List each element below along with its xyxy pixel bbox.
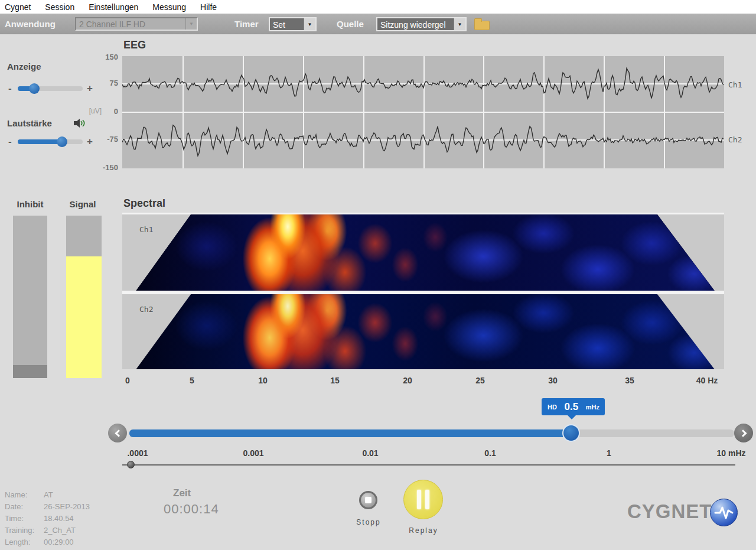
cygnet-logo-icon [710,499,738,526]
info-row-time: Time:18.40.54 [5,514,74,523]
scale-tick-1: 0.1 [484,448,496,458]
info-label: Time: [5,514,44,523]
signal-fill [66,256,102,378]
anzeige-label: Anzeige [7,61,41,71]
chevron-down-icon: ▼ [454,18,465,30]
inhibit-meter [13,216,47,378]
fine-slider-handle[interactable] [127,461,135,468]
info-row-training: Training:2_Ch_AT [5,526,76,535]
anwendung-value: 2 Channel ILF HD [76,19,185,29]
inhibit-fill [13,365,47,378]
chevron-down-icon: ▼ [185,18,197,30]
menu-hilfe[interactable]: Hilfe [200,2,217,12]
lautstaerke-slider[interactable]: - + [8,136,97,147]
freq-tick-5: 5 [190,376,194,385]
spectral-channel-label-ch2: Ch2 [139,305,153,314]
info-value: 2_Ch_AT [44,526,76,535]
info-label: Name: [5,490,44,499]
eeg-ytick-0: 0 [93,107,118,116]
frequency-slider-fill [129,429,571,437]
menu-bar: Cygnet Session Einstellungen Messung Hil… [0,0,756,14]
info-row-length: Length:00:29:00 [5,538,74,546]
anzeige-minus-button[interactable]: - [8,83,12,95]
slider-decrease-button[interactable] [108,424,127,442]
anwendung-dropdown[interactable]: 2 Channel ILF HD ▼ [75,17,198,31]
cygnet-logo-text: CYGNET [627,500,712,523]
speaker-icon [73,118,86,128]
info-label: Date: [5,502,44,511]
quelle-label: Quelle [337,19,364,29]
eeg-ytick-m75: -75 [93,135,118,144]
tooltip-prefix: HD [542,403,557,411]
lautstaerke-plus-button[interactable]: + [87,136,93,148]
info-label: Length: [5,538,44,546]
info-value: AT [44,490,53,499]
scale-tick-10: 1 [607,448,611,458]
eeg-ytick-75: 75 [93,79,118,87]
freq-tick-35: 35 [625,376,634,385]
lautstaerke-slider-handle[interactable] [57,136,67,147]
toolbar: Anwendung 2 Channel ILF HD ▼ Timer Set ▼… [0,14,756,34]
signal-label: Signal [64,199,102,209]
spectrogram-ch2: Ch2 [122,294,724,369]
frequency-value: 0.5 [557,401,586,413]
frequency-slider-track[interactable] [129,429,734,437]
menu-cygnet[interactable]: Cygnet [5,2,31,12]
spectrogram-surface [122,294,724,369]
stop-button-label: Stopp [356,518,380,526]
lautstaerke-minus-button[interactable]: - [8,136,12,148]
quelle-value: Sitzung wiedergel [377,18,454,30]
info-value: 18.40.54 [44,514,74,523]
info-value: 26-SEP-2013 [44,502,90,511]
inhibit-label: Inhibit [13,199,47,209]
menu-einstellungen[interactable]: Einstellungen [89,2,138,12]
anzeige-slider-track[interactable] [18,86,83,91]
info-row-name: Name:AT [5,490,53,499]
quelle-dropdown[interactable]: Sitzung wiedergel ▼ [376,17,467,31]
eeg-channel-label-ch1: Ch1 [728,80,742,89]
frequency-slider-handle[interactable] [562,424,580,442]
timer-value: Set [270,18,304,30]
anzeige-plus-button[interactable]: + [87,83,93,95]
lautstaerke-slider-track[interactable] [18,139,83,144]
menu-session[interactable]: Session [45,2,74,12]
fine-slider-track[interactable] [122,464,735,466]
lautstaerke-slider-fill [18,139,62,144]
freq-tick-20: 20 [403,376,412,385]
folder-icon[interactable] [474,21,490,30]
stop-icon [365,497,372,503]
timer-dropdown[interactable]: Set ▼ [269,17,317,31]
stop-button[interactable] [359,491,377,509]
eeg-ytick-150: 150 [93,53,118,61]
freq-tick-0: 0 [125,376,130,385]
spectral-channel-label-ch1: Ch1 [139,225,153,234]
menu-messung[interactable]: Messung [152,2,186,12]
chevron-left-icon [115,429,122,437]
signal-meter [66,216,102,378]
anzeige-slider[interactable]: - + [8,83,97,94]
chevron-right-icon [739,429,747,437]
tooltip-unit: mHz [586,403,605,411]
pause-icon [425,490,429,509]
freq-tick-15: 15 [330,376,340,385]
freq-tick-10: 10 [258,376,268,385]
spectrogram-ch1: Ch1 [122,214,724,291]
slider-increase-button[interactable] [734,424,753,442]
timer-label: Timer [234,19,259,29]
info-value: 00:29:00 [44,538,74,546]
replay-button[interactable] [403,480,443,519]
replay-button-label: Replay [409,526,438,535]
scale-tick-0001: .0001 [127,448,148,458]
cygnet-app-window: Cygnet Session Einstellungen Messung Hil… [0,0,756,550]
scale-tick-001: 0.001 [243,448,263,458]
freq-tick-40: 40 Hz [696,376,718,385]
eeg-channel-label-ch2: Ch2 [728,135,742,144]
lautstaerke-label: Lautstärke [7,118,52,128]
anzeige-slider-handle[interactable] [29,83,40,94]
eeg-trace-ch2 [122,125,724,156]
eeg-ytick-m150: -150 [93,163,118,172]
session-timer: 00:00:14 [164,502,219,517]
info-label: Training: [5,526,44,535]
chevron-down-icon: ▼ [304,18,315,30]
scale-tick-01: 0.01 [362,448,378,458]
